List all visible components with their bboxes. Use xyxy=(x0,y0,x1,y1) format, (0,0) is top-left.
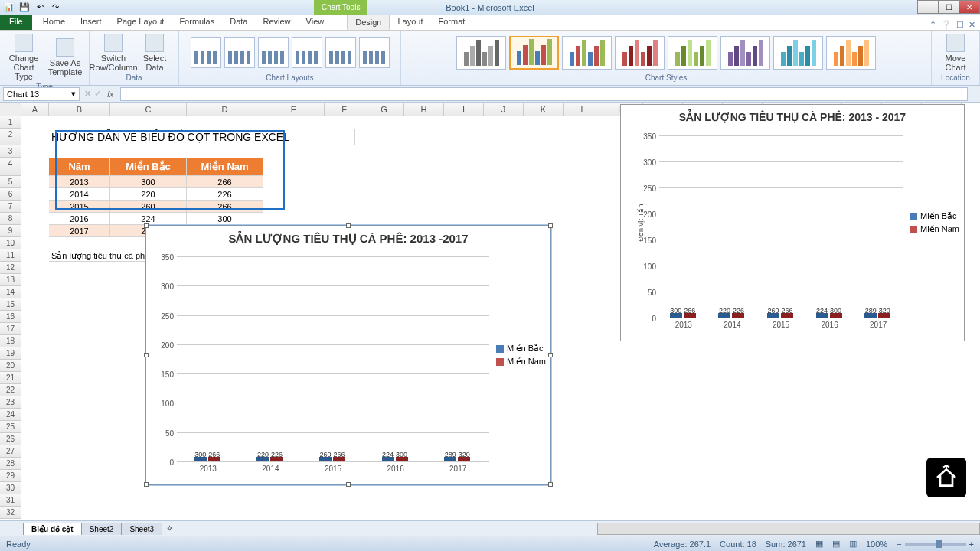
chart-main[interactable]: SẢN LƯỢNG TIÊU THỤ CÀ PHÊ: 2013 -2017 05… xyxy=(145,225,551,485)
view-page-break-icon[interactable]: ▥ xyxy=(849,539,857,549)
minimize-ribbon-icon[interactable]: ⌃ xyxy=(929,20,936,30)
row-header[interactable]: 16 xyxy=(0,311,21,323)
window-close-icon[interactable]: ✕ xyxy=(969,20,975,30)
chart-layout-thumbnail[interactable] xyxy=(325,37,356,68)
save-as-template-button[interactable]: Save As Template xyxy=(46,37,84,78)
chart-style-thumbnail[interactable] xyxy=(456,36,506,70)
row-header[interactable]: 20 xyxy=(0,360,21,372)
chart-layout-thumbnail[interactable] xyxy=(224,37,255,68)
column-header[interactable]: E xyxy=(263,103,325,116)
column-header[interactable]: L xyxy=(564,103,603,116)
view-normal-icon[interactable]: ▦ xyxy=(815,539,823,549)
row-header[interactable]: 19 xyxy=(0,347,21,360)
sheet-tab-2[interactable]: Sheet2 xyxy=(81,523,122,535)
cell[interactable]: Miền Nam xyxy=(187,158,263,176)
minimize-button[interactable]: — xyxy=(917,0,939,14)
chart-layout-thumbnail[interactable] xyxy=(258,37,289,68)
switch-row-column-button[interactable]: Switch Row/Column xyxy=(94,32,132,73)
home-badge-icon[interactable] xyxy=(926,458,966,497)
new-sheet-icon[interactable]: ✧ xyxy=(166,523,173,533)
column-header[interactable]: H xyxy=(404,103,444,116)
cell[interactable]: Miền Bắc xyxy=(110,158,187,176)
row-header[interactable]: 15 xyxy=(0,298,21,311)
tab-review[interactable]: Review xyxy=(255,15,298,30)
column-header[interactable]: G xyxy=(364,103,404,116)
row-header[interactable]: 1 xyxy=(0,116,21,129)
cell[interactable]: 300 xyxy=(110,176,187,188)
help-icon[interactable]: ❔ xyxy=(941,20,952,30)
cell[interactable]: 260 xyxy=(110,201,187,213)
cell[interactable]: 2016 xyxy=(49,213,110,225)
row-header[interactable]: 31 xyxy=(0,494,21,507)
column-header[interactable]: C xyxy=(110,103,187,116)
column-header[interactable]: A xyxy=(21,103,49,116)
row-header[interactable]: 18 xyxy=(0,335,21,347)
row-header[interactable]: 14 xyxy=(0,286,21,298)
row-header[interactable]: 29 xyxy=(0,470,21,482)
tab-design[interactable]: Design xyxy=(347,15,390,30)
zoom-slider[interactable]: −+ xyxy=(897,540,974,549)
row-header[interactable]: 6 xyxy=(0,188,21,201)
row-header[interactable]: 32 xyxy=(0,507,21,519)
tab-view[interactable]: View xyxy=(299,15,332,30)
row-header[interactable]: 12 xyxy=(0,262,21,274)
row-header[interactable]: 22 xyxy=(0,384,21,396)
cell[interactable]: 2014 xyxy=(49,188,110,201)
chart-plot-area[interactable]: 0501001502002503003503002662013220226201… xyxy=(659,135,903,318)
chart-legend[interactable]: Miền BắcMiền Nam xyxy=(910,208,959,237)
row-header[interactable]: 2 xyxy=(0,129,21,145)
fx-icon[interactable]: fx xyxy=(107,90,114,99)
chart-style-thumbnail[interactable] xyxy=(773,36,823,70)
cell[interactable]: 266 xyxy=(187,176,263,188)
cell[interactable]: 300 xyxy=(187,213,263,225)
row-header[interactable]: 28 xyxy=(0,458,21,470)
sheet-tab-3[interactable]: Sheet3 xyxy=(121,523,162,535)
sheet-tab-1[interactable]: Biểu đồ cột xyxy=(23,523,82,535)
redo-icon[interactable]: ↷ xyxy=(49,2,61,14)
tab-format[interactable]: Format xyxy=(430,15,472,30)
horizontal-scrollbar[interactable] xyxy=(597,523,980,535)
column-header[interactable]: K xyxy=(524,103,564,116)
tab-insert[interactable]: Insert xyxy=(73,15,109,30)
row-header[interactable]: 26 xyxy=(0,433,21,445)
tab-data[interactable]: Data xyxy=(222,15,255,30)
file-tab[interactable]: File xyxy=(0,15,32,30)
view-page-layout-icon[interactable]: ▤ xyxy=(832,539,840,549)
row-header[interactable]: 7 xyxy=(0,201,21,213)
tab-formulas[interactable]: Formulas xyxy=(172,15,222,30)
row-header[interactable]: 10 xyxy=(0,237,21,249)
move-chart-button[interactable]: Move Chart xyxy=(936,32,975,73)
row-header[interactable]: 3 xyxy=(0,145,21,158)
name-box[interactable]: Chart 13▾ xyxy=(3,87,80,101)
row-header[interactable]: 25 xyxy=(0,421,21,433)
cell[interactable]: HƯỚNG DẪN VẼ BIỂU ĐỒ CỘT TRONG EXCEL xyxy=(49,129,355,145)
cell[interactable]: 224 xyxy=(110,213,187,225)
row-header[interactable]: 24 xyxy=(0,409,21,421)
select-data-button[interactable]: Select Data xyxy=(136,32,174,73)
chart-style-thumbnail[interactable] xyxy=(720,36,770,70)
row-header[interactable]: 5 xyxy=(0,176,21,188)
chart-layout-thumbnail[interactable] xyxy=(359,37,390,68)
row-header[interactable]: 8 xyxy=(0,213,21,225)
chart-plot-area[interactable]: 0501001502002503003503002662013220226201… xyxy=(177,256,489,461)
chart-style-thumbnail[interactable] xyxy=(615,36,665,70)
row-header[interactable]: 4 xyxy=(0,158,21,176)
cell[interactable]: Năm xyxy=(49,158,110,176)
row-header[interactable]: 23 xyxy=(0,396,21,409)
save-icon[interactable]: 💾 xyxy=(18,2,31,14)
tab-layout[interactable]: Layout xyxy=(390,15,430,30)
window-restore-icon[interactable]: ☐ xyxy=(956,20,964,30)
undo-icon[interactable]: ↶ xyxy=(34,2,46,14)
cell[interactable]: 266 xyxy=(187,201,263,213)
column-header[interactable]: F xyxy=(325,103,364,116)
row-header[interactable]: 27 xyxy=(0,445,21,458)
chart-layout-thumbnail[interactable] xyxy=(191,37,221,68)
column-header[interactable]: J xyxy=(484,103,524,116)
chart-style-thumbnail[interactable] xyxy=(826,36,876,70)
column-header[interactable]: D xyxy=(187,103,263,116)
chart-secondary[interactable]: SẢN LƯỢNG TIÊU THỤ CÀ PHÊ: 2013 - 2017 Đ… xyxy=(620,104,965,341)
chart-title[interactable]: SẢN LƯỢNG TIÊU THỤ CÀ PHÊ: 2013 - 2017 xyxy=(621,105,964,126)
maximize-button[interactable]: ☐ xyxy=(938,0,959,14)
formula-bar[interactable] xyxy=(120,87,968,101)
select-all-corner[interactable] xyxy=(0,103,21,116)
